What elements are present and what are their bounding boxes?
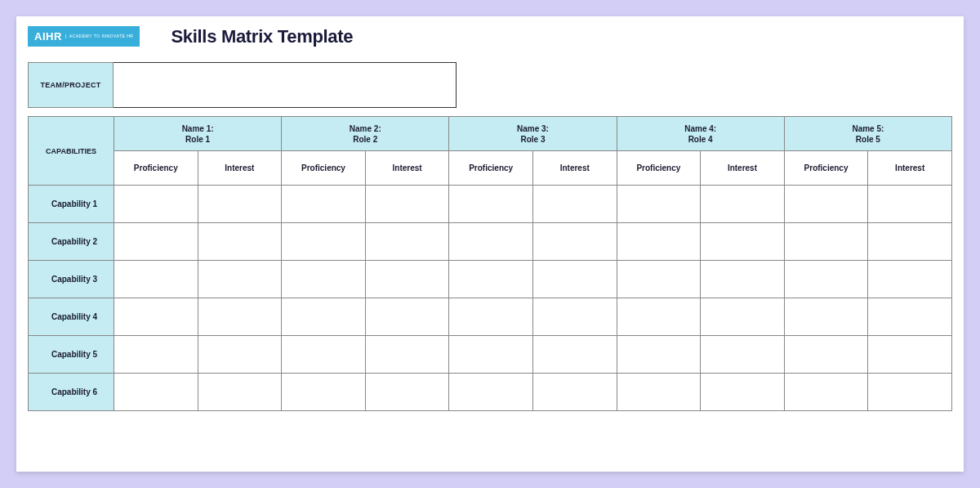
data-cell[interactable] bbox=[365, 223, 449, 261]
capability-label: Capability 5 bbox=[29, 336, 114, 374]
data-cell[interactable] bbox=[701, 261, 785, 298]
table-row: Capability 3 bbox=[29, 261, 952, 298]
team-project-input[interactable] bbox=[114, 62, 457, 108]
data-cell[interactable] bbox=[617, 374, 701, 411]
data-cell[interactable] bbox=[114, 223, 198, 261]
data-cell[interactable] bbox=[868, 223, 952, 261]
data-cell[interactable] bbox=[617, 336, 701, 374]
interest-header: Interest bbox=[868, 151, 952, 186]
header-row-sub: Proficiency Interest Proficiency Interes… bbox=[29, 151, 952, 186]
data-cell[interactable] bbox=[365, 374, 449, 411]
proficiency-header: Proficiency bbox=[784, 151, 868, 186]
data-cell[interactable] bbox=[532, 298, 617, 336]
person-name: Name 4: bbox=[684, 124, 716, 133]
data-cell[interactable] bbox=[701, 223, 785, 261]
data-cell[interactable] bbox=[532, 186, 617, 223]
person-name: Name 2: bbox=[350, 124, 381, 133]
data-cell[interactable] bbox=[365, 261, 449, 298]
data-cell[interactable] bbox=[282, 261, 366, 298]
data-cell[interactable] bbox=[198, 223, 282, 261]
data-cell[interactable] bbox=[617, 298, 701, 336]
data-cell[interactable] bbox=[701, 374, 785, 411]
data-cell[interactable] bbox=[701, 336, 785, 374]
person-role: Role 2 bbox=[353, 135, 377, 144]
interest-header: Interest bbox=[701, 151, 785, 186]
data-cell[interactable] bbox=[449, 374, 533, 411]
data-cell[interactable] bbox=[449, 336, 533, 374]
data-cell[interactable] bbox=[198, 374, 282, 411]
data-cell[interactable] bbox=[868, 374, 952, 411]
data-cell[interactable] bbox=[532, 261, 617, 298]
data-cell[interactable] bbox=[868, 261, 952, 298]
data-cell[interactable] bbox=[784, 374, 868, 411]
data-cell[interactable] bbox=[114, 336, 198, 374]
capability-label: Capability 4 bbox=[29, 298, 114, 336]
person-name: Name 1: bbox=[182, 124, 214, 133]
skills-matrix-table: CAPABILITIES Name 1: Role 1 Name 2: Role… bbox=[28, 116, 952, 411]
person-name: Name 5: bbox=[852, 124, 884, 133]
data-cell[interactable] bbox=[868, 186, 952, 223]
data-cell[interactable] bbox=[868, 336, 952, 374]
data-cell[interactable] bbox=[114, 186, 198, 223]
data-cell[interactable] bbox=[868, 298, 952, 336]
data-cell[interactable] bbox=[701, 298, 785, 336]
matrix-body: Capability 1 Capability 2 Capability 3 bbox=[29, 186, 952, 411]
person-header-5: Name 5: Role 5 bbox=[784, 117, 951, 151]
data-cell[interactable] bbox=[282, 223, 366, 261]
team-project-label: TEAM/PROJECT bbox=[28, 62, 114, 108]
data-cell[interactable] bbox=[282, 186, 366, 223]
person-role: Role 5 bbox=[856, 135, 880, 144]
data-cell[interactable] bbox=[282, 336, 366, 374]
data-cell[interactable] bbox=[784, 261, 868, 298]
data-cell[interactable] bbox=[198, 186, 282, 223]
data-cell[interactable] bbox=[114, 298, 198, 336]
capabilities-header: CAPABILITIES bbox=[29, 117, 114, 186]
data-cell[interactable] bbox=[282, 374, 366, 411]
data-cell[interactable] bbox=[449, 261, 533, 298]
interest-header: Interest bbox=[198, 151, 282, 186]
logo: AIHR ACADEMY TO INNOVATE HR bbox=[28, 26, 140, 47]
capability-label: Capability 2 bbox=[29, 223, 114, 261]
data-cell[interactable] bbox=[532, 223, 617, 261]
data-cell[interactable] bbox=[114, 374, 198, 411]
data-cell[interactable] bbox=[198, 261, 282, 298]
data-cell[interactable] bbox=[449, 223, 533, 261]
data-cell[interactable] bbox=[784, 298, 868, 336]
header: AIHR ACADEMY TO INNOVATE HR Skills Matri… bbox=[28, 26, 952, 47]
data-cell[interactable] bbox=[617, 186, 701, 223]
person-role: Role 3 bbox=[520, 135, 545, 144]
data-cell[interactable] bbox=[365, 298, 449, 336]
data-cell[interactable] bbox=[617, 223, 701, 261]
person-header-2: Name 2: Role 2 bbox=[282, 117, 449, 151]
data-cell[interactable] bbox=[701, 186, 785, 223]
data-cell[interactable] bbox=[532, 336, 617, 374]
document-page: AIHR ACADEMY TO INNOVATE HR Skills Matri… bbox=[16, 16, 964, 472]
data-cell[interactable] bbox=[365, 336, 449, 374]
proficiency-header: Proficiency bbox=[282, 151, 366, 186]
proficiency-header: Proficiency bbox=[449, 151, 533, 186]
data-cell[interactable] bbox=[449, 186, 533, 223]
capability-label: Capability 6 bbox=[29, 374, 114, 411]
data-cell[interactable] bbox=[365, 186, 449, 223]
table-row: Capability 1 bbox=[29, 186, 952, 223]
interest-header: Interest bbox=[532, 151, 617, 186]
table-row: Capability 4 bbox=[29, 298, 952, 336]
person-header-3: Name 3: Role 3 bbox=[449, 117, 617, 151]
data-cell[interactable] bbox=[449, 298, 533, 336]
person-header-4: Name 4: Role 4 bbox=[617, 117, 784, 151]
page-title: Skills Matrix Template bbox=[171, 26, 353, 47]
data-cell[interactable] bbox=[617, 261, 701, 298]
team-project-row: TEAM/PROJECT bbox=[28, 62, 952, 108]
person-name: Name 3: bbox=[517, 124, 549, 133]
data-cell[interactable] bbox=[784, 223, 868, 261]
data-cell[interactable] bbox=[198, 336, 282, 374]
data-cell[interactable] bbox=[114, 261, 198, 298]
header-row-people: CAPABILITIES Name 1: Role 1 Name 2: Role… bbox=[29, 117, 952, 151]
capability-label: Capability 3 bbox=[29, 261, 114, 298]
data-cell[interactable] bbox=[198, 298, 282, 336]
table-row: Capability 2 bbox=[29, 223, 952, 261]
data-cell[interactable] bbox=[784, 186, 868, 223]
data-cell[interactable] bbox=[784, 336, 868, 374]
data-cell[interactable] bbox=[282, 298, 366, 336]
data-cell[interactable] bbox=[532, 374, 617, 411]
